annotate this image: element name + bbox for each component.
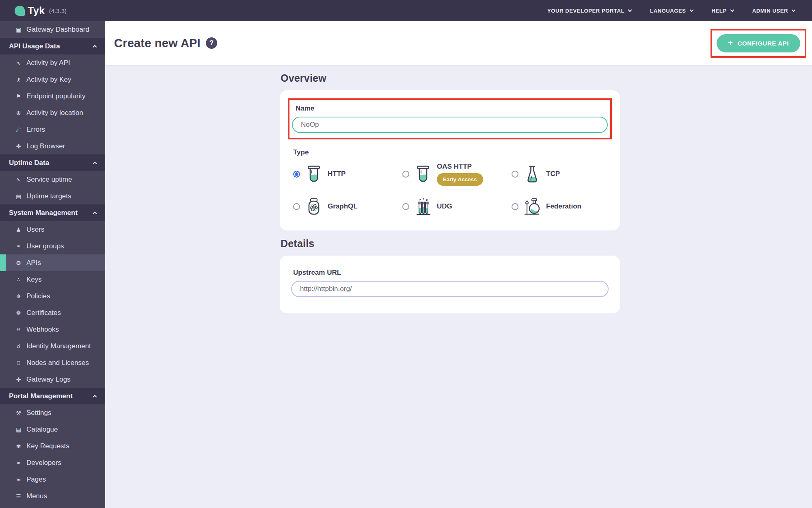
sidebar: ▣Gateway DashboardAPI Usage Data∿Activit…: [0, 21, 105, 508]
radio-udg[interactable]: [402, 203, 409, 210]
sidebar-section-label: Uptime Data: [9, 159, 49, 167]
key-icon: ⚷: [15, 76, 22, 83]
bug-icon: ✤: [15, 143, 22, 150]
sitemap-icon: ∴: [15, 276, 22, 283]
radio-graphql[interactable]: [293, 203, 300, 210]
sidebar-item-nodes-and-licenses[interactable]: ♖Nodes and Licenses: [0, 354, 105, 371]
sidebar-item-gateway-logs[interactable]: ✤Gateway Logs: [0, 371, 105, 388]
sidebar-item-certificates[interactable]: ❁Certificates: [0, 304, 105, 321]
tyk-logo[interactable]: Tyk (4.3.3): [0, 5, 67, 17]
topbar-menu-label: HELP: [712, 8, 727, 14]
chevron-up-icon: [93, 395, 97, 399]
type-labelcol: Federation: [546, 202, 581, 211]
chevron-down-icon: [689, 8, 693, 12]
type-labelcol: TCP: [546, 170, 560, 178]
sidebar-item-users[interactable]: ♟Users: [0, 221, 105, 238]
chart-icon: ∿: [15, 60, 22, 66]
sidebar-item-settings[interactable]: ⚒Settings: [0, 404, 105, 421]
type-labelcol: GraphQL: [328, 202, 358, 211]
sidebar-item-apis[interactable]: ⚙APIs: [0, 254, 105, 271]
sidebar-item-developers[interactable]: ⚭Developers: [0, 454, 105, 471]
type-option-graphql[interactable]: GraphQL: [293, 191, 402, 221]
upstream-url-label: Upstream URL: [293, 269, 609, 277]
certificate-icon: ❁: [15, 310, 22, 316]
sidebar-item-label: Settings: [26, 409, 51, 417]
sidebar-item-gateway-dashboard[interactable]: ▣Gateway Dashboard: [0, 21, 105, 38]
topbar-menu-languages[interactable]: LANGUAGES: [650, 8, 693, 14]
page-title: Create new API: [114, 37, 201, 50]
sidebar-item-label: Identity Management: [26, 342, 91, 350]
round-flask-icon: [523, 197, 541, 216]
type-labelcol: OAS HTTPEarly Access: [437, 163, 483, 186]
sidebar-section-portal-management[interactable]: Portal Management: [0, 388, 105, 404]
sidebar-item-pages[interactable]: ❧Pages: [0, 471, 105, 488]
sidebar-item-policies[interactable]: ✵Policies: [0, 288, 105, 304]
sidebar-item-label: Developers: [26, 459, 61, 467]
topbar: Tyk (4.3.3) YOUR DEVELOPER PORTALLANGUAG…: [0, 0, 812, 21]
user-icon: ♟: [15, 226, 22, 233]
type-option-label: UDG: [437, 202, 452, 211]
radio-http[interactable]: [293, 171, 300, 178]
sidebar-item-label: Gateway Dashboard: [26, 26, 89, 34]
sidebar-item-label: Activity by location: [26, 109, 83, 117]
chevron-down-icon: [792, 8, 796, 12]
type-option-udg[interactable]: UDG: [402, 191, 512, 221]
type-option-http[interactable]: HTTP: [293, 159, 402, 189]
chevron-up-icon: [93, 45, 97, 49]
sidebar-item-label: Key Requests: [26, 442, 69, 450]
sidebar-item-key-requests[interactable]: ✾Key Requests: [0, 438, 105, 454]
sidebar-section-uptime-data[interactable]: Uptime Data: [0, 154, 105, 171]
sidebar-item-label: Activity by API: [26, 59, 70, 67]
sidebar-section-label: Portal Management: [9, 392, 73, 400]
sidebar-item-label: Log Browser: [26, 142, 65, 150]
type-option-oas-http[interactable]: OAS HTTPEarly Access: [402, 159, 512, 189]
upstream-url-input[interactable]: [291, 281, 609, 297]
sidebar-item-menus[interactable]: ☰Menus: [0, 488, 105, 504]
sidebar-item-label: Policies: [26, 292, 50, 300]
type-label: Type: [293, 148, 612, 156]
details-heading: Details: [281, 238, 620, 250]
sidebar-item-keys[interactable]: ∴Keys: [0, 271, 105, 288]
sidebar-item-label: Catalogue: [26, 426, 58, 434]
sidebar-item-catalogue[interactable]: ▤Catalogue: [0, 421, 105, 438]
type-option-label: HTTP: [328, 170, 346, 178]
sidebar-item-label: Menus: [26, 492, 47, 500]
sidebar-item-endpoint-popularity[interactable]: ⚑Endpoint popularity: [0, 88, 105, 104]
endpoint-icon: ⚑: [15, 93, 22, 100]
radio-oas-http[interactable]: [402, 171, 409, 178]
sidebar-item-errors[interactable]: ☄Errors: [0, 121, 105, 138]
radio-federation[interactable]: [512, 203, 518, 210]
sidebar-item-activity-by-location[interactable]: ⊕Activity by location: [0, 104, 105, 121]
beaker-icon: [414, 165, 432, 183]
sidebar-item-identity-management[interactable]: ☌Identity Management: [0, 338, 105, 354]
page-header: Create new API ? + CONFIGURE API: [105, 21, 812, 65]
configure-api-button[interactable]: + CONFIGURE API: [717, 34, 800, 52]
sidebar-item-activity-by-key[interactable]: ⚷Activity by Key: [0, 71, 105, 88]
chevron-up-icon: [93, 162, 97, 166]
help-icon[interactable]: ?: [206, 37, 217, 49]
sidebar-item-webhooks[interactable]: ⍾Webhooks: [0, 321, 105, 338]
erlenmeyer-flask-icon: [523, 165, 541, 183]
topbar-menu-your-developer-portal[interactable]: YOUR DEVELOPER PORTAL: [547, 8, 631, 14]
type-option-federation[interactable]: Federation: [512, 191, 621, 221]
sidebar-item-log-browser[interactable]: ✤Log Browser: [0, 138, 105, 154]
sidebar-item-label: Pages: [26, 475, 46, 484]
topbar-menus: YOUR DEVELOPER PORTALLANGUAGESHELPADMIN …: [547, 8, 812, 14]
sidebar-item-activity-by-api[interactable]: ∿Activity by API: [0, 54, 105, 71]
name-input[interactable]: [292, 117, 608, 133]
type-option-label: GraphQL: [328, 202, 358, 211]
sidebar-item-uptime-targets[interactable]: ▤Uptime targets: [0, 188, 105, 204]
sidebar-item-service-uptime[interactable]: ∿Service uptime: [0, 171, 105, 188]
sidebar-item-user-groups[interactable]: ⚭User groups: [0, 238, 105, 254]
type-option-label: Federation: [546, 202, 581, 211]
topbar-menu-help[interactable]: HELP: [712, 8, 734, 14]
early-access-badge: Early Access: [437, 173, 483, 186]
radio-tcp[interactable]: [512, 171, 518, 178]
test-tubes-icon: [414, 197, 432, 216]
version-label: (4.3.3): [49, 7, 67, 14]
type-option-tcp[interactable]: TCP: [512, 159, 621, 189]
sidebar-section-system-management[interactable]: System Management: [0, 204, 105, 221]
sidebar-item-label: Keys: [26, 276, 42, 284]
sidebar-section-api-usage-data[interactable]: API Usage Data: [0, 38, 105, 54]
topbar-menu-admin-user[interactable]: ADMIN USER: [752, 8, 795, 14]
